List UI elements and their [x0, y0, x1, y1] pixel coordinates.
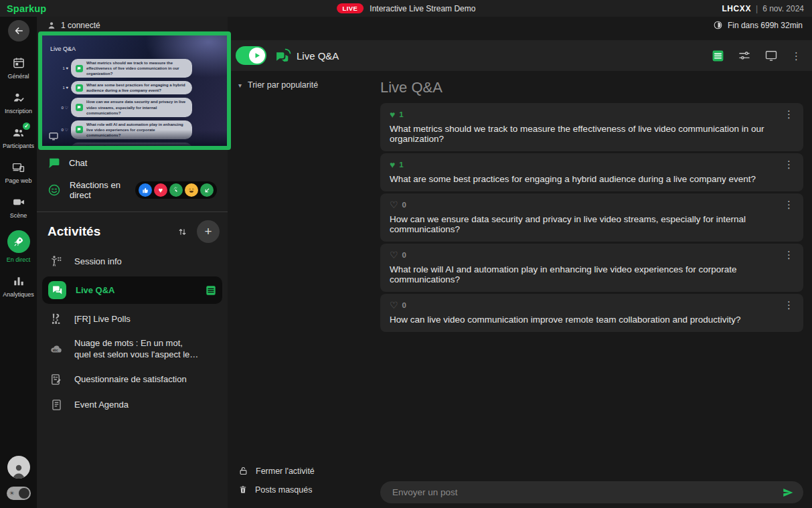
qa-bubble-icon	[76, 104, 83, 111]
activity-label: Session info	[74, 256, 122, 266]
activity-header: Live Q&A ⋮	[228, 40, 812, 71]
sidebar-label: Analytiques	[3, 291, 34, 298]
activities-list: Session info Live Q&A [FR] Live Polls	[37, 248, 228, 418]
qa-bubble-icon	[76, 84, 83, 92]
videocam-icon	[12, 195, 25, 209]
like-button[interactable]	[390, 200, 398, 209]
like-count: 1	[399, 161, 403, 169]
back-button[interactable]	[8, 20, 29, 41]
swipe-reaction-icon[interactable]	[200, 183, 214, 197]
main-area: Fin dans 699h 32min Live Q&A	[228, 17, 812, 508]
settings-sliders-icon[interactable]	[738, 49, 751, 62]
preview-vote: 1	[57, 86, 68, 90]
activity-item-live-polls[interactable]: [FR] Live Polls	[37, 306, 228, 332]
preview-question-row: 0 How can we ensure data security and pr…	[42, 98, 227, 116]
back-arrow-icon	[13, 25, 25, 37]
qa-post-card[interactable]: 0 ⋮ What role will AI and automation pla…	[380, 244, 803, 292]
preview-question-row: 1 What are some best practices for engag…	[42, 81, 227, 94]
clap-reaction-icon[interactable]	[169, 183, 183, 197]
like-button[interactable]	[390, 160, 395, 169]
activity-label: [FR] Live Polls	[74, 314, 131, 324]
activity-item-live-qa[interactable]: Live Q&A	[42, 276, 222, 304]
sidebar-label: Général	[7, 73, 29, 80]
post-text: What role will AI and automation play in…	[390, 264, 794, 284]
post-menu-button[interactable]: ⋮	[784, 109, 794, 119]
like-button[interactable]	[390, 110, 395, 119]
like-count: 0	[402, 201, 406, 209]
sidebar-item-page-web[interactable]: Page web	[0, 155, 37, 190]
preview-vote: 0	[57, 147, 68, 150]
calendar-icon	[12, 56, 25, 70]
session-panel: 1 connecté Live Q&A 1 What metrics shoul…	[37, 17, 228, 508]
post-text: How can we ensure data security and priv…	[390, 214, 794, 234]
post-menu-button[interactable]: ⋮	[784, 199, 794, 209]
sidebar-label: Participants	[3, 143, 34, 149]
thumbs-up-reaction-icon[interactable]	[139, 183, 152, 197]
reorder-activities-button[interactable]	[177, 227, 187, 237]
polls-icon	[48, 312, 65, 326]
live-qa-icon	[48, 281, 66, 299]
sidebar-item-analytiques[interactable]: Analytiques	[0, 269, 37, 304]
activity-item-word-cloud[interactable]: abc Nuage de mots : En un mot, quel est …	[37, 332, 228, 367]
theme-toggle[interactable]: ☀	[7, 487, 31, 500]
heart-reaction-icon[interactable]: ♥	[154, 183, 167, 197]
qa-post-card[interactable]: 1 ⋮ What metrics should we track to meas…	[380, 103, 803, 151]
rocket-icon	[7, 230, 30, 253]
chat-section[interactable]: Chat	[37, 151, 228, 175]
like-button[interactable]	[390, 250, 398, 260]
trash-icon	[238, 485, 248, 495]
sidebar-item-en-direct[interactable]: En direct	[0, 225, 37, 269]
agenda-icon	[48, 398, 65, 412]
hidden-posts-label: Posts masqués	[255, 485, 312, 495]
sort-dropdown[interactable]: ▾ Trier par popularité	[238, 80, 380, 90]
qa-bubble-icon	[76, 65, 83, 72]
display-icon[interactable]	[764, 49, 778, 62]
activity-menu-button[interactable]: ⋮	[791, 51, 801, 61]
user-avatar[interactable]	[7, 456, 30, 479]
reactions-section[interactable]: Réactions en direct ♥	[37, 175, 228, 205]
connected-count: 1 connecté	[61, 21, 100, 30]
lock-icon	[238, 466, 248, 476]
activity-item-questionnaire[interactable]: Questionnaire de satisfaction	[37, 367, 228, 392]
qa-post-card[interactable]: 0 ⋮ How can live video communication imp…	[380, 294, 803, 332]
post-menu-button[interactable]: ⋮	[784, 250, 794, 260]
preview-question-text: What metrics should we track to measure …	[86, 60, 187, 76]
activity-live-toggle[interactable]	[236, 46, 266, 65]
sidebar-label: Inscription	[5, 108, 32, 114]
close-activity-button[interactable]: Fermer l'activité	[238, 466, 380, 476]
qa-post-card[interactable]: 0 ⋮ How can we ensure data security and …	[380, 193, 803, 242]
list-view-icon[interactable]	[712, 50, 724, 62]
sidebar-label: Page web	[5, 177, 31, 184]
active-list-icon	[206, 285, 216, 296]
sidebar-item-participants[interactable]: ✓ Participants	[0, 120, 37, 155]
activity-title: Live Q&A	[297, 50, 339, 62]
qa-post-card[interactable]: 1 ⋮ What are some best practices for eng…	[380, 153, 803, 191]
laugh-reaction-icon[interactable]	[185, 183, 198, 197]
preview-question-text: What are some best practices for engagin…	[86, 82, 187, 93]
sidebar-item-general[interactable]: Général	[0, 51, 37, 86]
play-icon	[249, 48, 265, 64]
activity-item-session-info[interactable]: Session info	[37, 248, 228, 274]
post-menu-button[interactable]: ⋮	[784, 159, 794, 169]
stage-preview[interactable]: Live Q&A 1 What metrics should we track …	[38, 31, 231, 150]
add-activity-button[interactable]: +	[197, 220, 220, 243]
post-menu-button[interactable]: ⋮	[784, 300, 794, 310]
hidden-posts-button[interactable]: Posts masqués	[238, 485, 380, 495]
sidebar-label: En direct	[7, 256, 31, 263]
person-icon	[47, 21, 56, 30]
composer-input[interactable]	[391, 487, 782, 498]
sidebar-item-inscription[interactable]: Inscription	[0, 86, 37, 120]
like-count: 0	[402, 251, 406, 259]
send-icon[interactable]	[782, 487, 794, 499]
countdown-label: Fin dans 699h 32min	[728, 21, 803, 30]
sidebar-item-scene[interactable]: Scène	[0, 190, 37, 225]
session-code: LHCXX	[722, 4, 751, 13]
chat-bubble-icon	[48, 157, 60, 169]
like-button[interactable]	[390, 301, 398, 310]
smiley-icon	[48, 183, 61, 197]
preview-vote: 1	[57, 66, 68, 70]
activity-item-event-agenda[interactable]: Event Agenda	[37, 392, 228, 418]
activity-label: Nuage de mots : En un mot, quel est selo…	[74, 338, 200, 361]
chat-label: Chat	[69, 158, 87, 168]
like-count: 0	[402, 301, 406, 309]
